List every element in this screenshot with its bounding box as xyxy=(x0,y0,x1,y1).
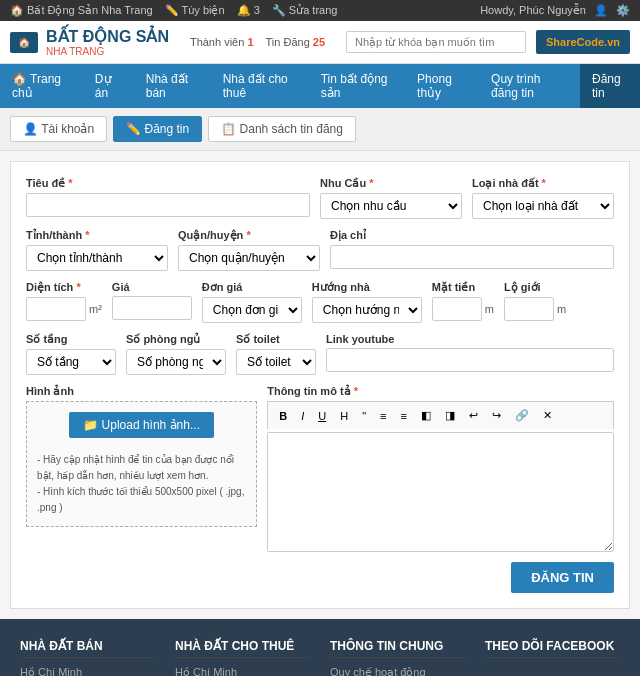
dia-chi-group: Địa chỉ xyxy=(330,229,614,269)
so-toilet-group: Số toilet Số toilet xyxy=(236,333,316,375)
nhu-cau-group: Nhu Cầu * Chọn nhu cầu xyxy=(320,177,462,219)
user-icon[interactable]: 👤 xyxy=(594,4,608,17)
tinh-thanh-label: Tỉnh/thành * xyxy=(26,229,168,242)
mat-tien-label: Mặt tiền xyxy=(432,281,494,294)
mo-ta-group: Thông tin mô tả * B I U H " ≡ ≡ ◧ ◨ ↩ ↪ … xyxy=(267,385,614,552)
upload-button[interactable]: 📁 Upload hình ảnh... xyxy=(69,412,214,438)
settings-icon[interactable]: ⚙️ xyxy=(616,4,630,17)
footer-col-thue: NHÀ ĐẤT CHO THUÊ Hồ Chí Minh Hà Nội Đà N… xyxy=(175,639,310,676)
logo-subtitle: NHA TRANG xyxy=(46,46,169,57)
dien-tich-label: Diện tích * xyxy=(26,281,102,294)
rich-bold[interactable]: B xyxy=(274,406,292,425)
gia-group: Giá xyxy=(112,281,192,320)
nav-item-trang-chu[interactable]: 🏠 Trang chủ xyxy=(0,64,83,108)
logo-icon: 🏠 xyxy=(10,32,38,53)
mat-tien-unit: m xyxy=(485,303,494,315)
rich-heading[interactable]: H xyxy=(335,406,353,425)
top-wrench-link[interactable]: 🔧 Sửa trang xyxy=(272,4,338,17)
so-phong-ngu-group: Số phòng ngủ Số phòng ngủ xyxy=(126,333,226,375)
form-row-2: Tỉnh/thành * Chọn tỉnh/thành Quận/huyện … xyxy=(26,229,614,271)
dien-tich-input-wrap: m² xyxy=(26,297,102,321)
rich-redo[interactable]: ↪ xyxy=(487,406,506,425)
rich-list1[interactable]: ≡ xyxy=(375,406,391,425)
dien-tich-group: Diện tích * m² xyxy=(26,281,102,321)
so-phong-ngu-label: Số phòng ngủ xyxy=(126,333,226,346)
top-bar-right: Howdy, Phúc Nguyễn 👤 ⚙️ xyxy=(480,4,630,17)
tinh-thanh-group: Tỉnh/thành * Chọn tỉnh/thành xyxy=(26,229,168,271)
quan-huyen-select[interactable]: Chọn quận/huyện xyxy=(178,245,320,271)
huong-nha-group: Hướng nhà Chọn hướng nhà xyxy=(312,281,422,323)
tieu-de-input[interactable] xyxy=(26,193,310,217)
footer-columns: NHÀ ĐẤT BÁN Hồ Chí Minh Hà Nội Đà Nẵng H… xyxy=(20,639,620,676)
nav-item-phong-thuy[interactable]: Phong thủy xyxy=(405,64,479,108)
top-edit-link[interactable]: ✏️ Tùy biện xyxy=(165,4,225,17)
main-nav: 🏠 Trang chủ Dự án Nhà đất bán Nhà đất ch… xyxy=(0,64,640,108)
so-tang-label: Số tầng xyxy=(26,333,116,346)
submit-row: ĐĂNG TIN xyxy=(26,562,614,593)
footer-col-thue-title: NHÀ ĐẤT CHO THUÊ xyxy=(175,639,310,658)
top-home-link[interactable]: 🏠 Bất Động Sản Nha Trang xyxy=(10,4,153,17)
don-gia-select[interactable]: Chọn đơn giá xyxy=(202,297,302,323)
nav-item-tin-bds[interactable]: Tin bất động sản xyxy=(309,64,405,108)
member-info: Thành viên 1 Tin Đăng 25 xyxy=(190,36,325,48)
so-phong-ngu-select[interactable]: Số phòng ngủ xyxy=(126,349,226,375)
gia-input[interactable] xyxy=(112,296,192,320)
loai-nha-dat-select[interactable]: Chọn loại nhà đất xyxy=(472,193,614,219)
search-input[interactable] xyxy=(346,31,526,53)
nhu-cau-select[interactable]: Chọn nhu cầu xyxy=(320,193,462,219)
rich-align-right[interactable]: ◨ xyxy=(440,406,460,425)
so-tang-select[interactable]: Số tầng xyxy=(26,349,116,375)
rich-link[interactable]: 🔗 xyxy=(510,406,534,425)
rich-italic[interactable]: I xyxy=(296,406,309,425)
mat-tien-group: Mặt tiền m xyxy=(432,281,494,321)
so-toilet-select[interactable]: Số toilet xyxy=(236,349,316,375)
lo-gioi-group: Lộ giới m xyxy=(504,281,566,321)
top-bar-left: 🏠 Bất Động Sản Nha Trang ✏️ Tùy biện 🔔 3… xyxy=(10,4,337,17)
nav-item-quy-trinh[interactable]: Quy trình đăng tin xyxy=(479,64,580,108)
rich-list2[interactable]: ≡ xyxy=(395,406,411,425)
dien-tich-unit: m² xyxy=(89,303,102,315)
greeting-text: Howdy, Phúc Nguyễn xyxy=(480,4,586,17)
link-youtube-input[interactable] xyxy=(326,348,614,372)
tab-danh-sach[interactable]: 📋 Danh sách tin đăng xyxy=(208,116,356,142)
rich-underline[interactable]: U xyxy=(313,406,331,425)
nav-item-du-an[interactable]: Dự án xyxy=(83,64,134,108)
loai-nha-dat-group: Loại nhà đất * Chọn loại nhà đất xyxy=(472,177,614,219)
footer-col-ban: NHÀ ĐẤT BÁN Hồ Chí Minh Hà Nội Đà Nẵng H… xyxy=(20,639,155,676)
footer-link-hcm-ban[interactable]: Hồ Chí Minh xyxy=(20,666,155,676)
dien-tich-input[interactable] xyxy=(26,297,86,321)
rich-clear[interactable]: ✕ xyxy=(538,406,557,425)
dia-chi-input[interactable] xyxy=(330,245,614,269)
mat-tien-input-wrap: m xyxy=(432,297,494,321)
quan-huyen-label: Quận/huyện * xyxy=(178,229,320,242)
hinh-anh-label: Hình ảnh xyxy=(26,385,257,398)
mo-ta-textarea[interactable] xyxy=(267,432,614,552)
hinh-anh-group: Hình ảnh 📁 Upload hình ảnh... - Hãy cập … xyxy=(26,385,257,527)
tab-tai-khoan[interactable]: 👤 Tài khoản xyxy=(10,116,107,142)
so-toilet-label: Số toilet xyxy=(236,333,316,346)
rich-quote[interactable]: " xyxy=(357,406,371,425)
form-row-4: Số tầng Số tầng Số phòng ngủ Số phòng ng… xyxy=(26,333,614,375)
top-bell-link[interactable]: 🔔 3 xyxy=(237,4,260,17)
logo-area: 🏠 BẤT ĐỘNG SẢN NHA TRANG xyxy=(10,27,169,57)
tinh-thanh-select[interactable]: Chọn tỉnh/thành xyxy=(26,245,168,271)
tab-dang-tin[interactable]: ✏️ Đăng tin xyxy=(113,116,202,142)
rich-align-left[interactable]: ◧ xyxy=(416,406,436,425)
rich-undo[interactable]: ↩ xyxy=(464,406,483,425)
header-right: ShareCode.vn xyxy=(346,30,630,54)
upload-notes: - Hãy cập nhật hình để tin của bạn được … xyxy=(37,452,246,516)
mat-tien-input[interactable] xyxy=(432,297,482,321)
quan-huyen-group: Quận/huyện * Chọn quận/huyện xyxy=(178,229,320,271)
nav-item-nha-dat-ban[interactable]: Nhà đất bán xyxy=(134,64,211,108)
logo-text-block: BẤT ĐỘNG SẢN NHA TRANG xyxy=(46,27,169,57)
nav-item-dang-tin[interactable]: Đăng tin xyxy=(580,64,640,108)
link-youtube-label: Link youtube xyxy=(326,333,614,345)
submit-button[interactable]: ĐĂNG TIN xyxy=(511,562,614,593)
huong-nha-select[interactable]: Chọn hướng nhà xyxy=(312,297,422,323)
link-youtube-group: Link youtube xyxy=(326,333,614,372)
nav-item-nha-dat-cho-thue[interactable]: Nhà đất cho thuê xyxy=(211,64,309,108)
dia-chi-label: Địa chỉ xyxy=(330,229,614,242)
lo-gioi-input[interactable] xyxy=(504,297,554,321)
footer-link-hcm-thue[interactable]: Hồ Chí Minh xyxy=(175,666,310,676)
footer-link-quy-che[interactable]: Quy chế hoạt động xyxy=(330,666,465,676)
